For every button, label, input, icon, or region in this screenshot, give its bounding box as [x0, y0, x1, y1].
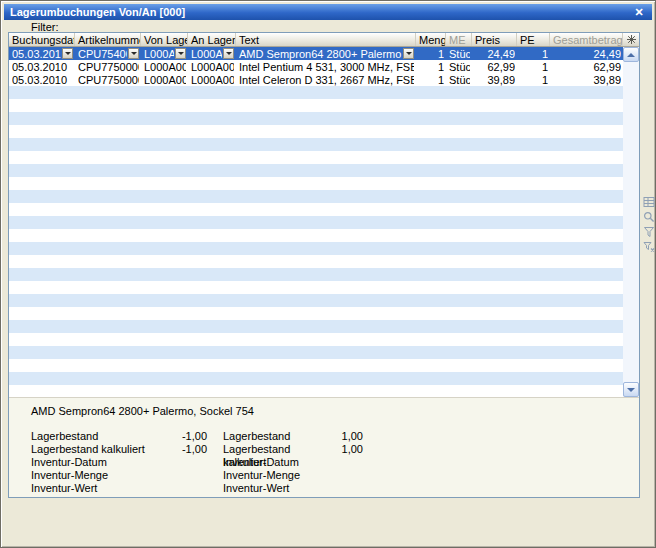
- cell-text: L000A001: [144, 48, 174, 60]
- dropdown-button[interactable]: [175, 48, 186, 59]
- detail-label: Inventur-Wert: [31, 482, 161, 495]
- column-chooser-icon: [627, 35, 636, 44]
- empty-row: [9, 125, 623, 138]
- chevron-down-icon: [406, 52, 412, 55]
- column-header-pe[interactable]: PE: [517, 33, 550, 46]
- cell-gesamtbetrag[interactable]: 24,49: [550, 47, 623, 60]
- cell-preis[interactable]: 39,89: [472, 73, 517, 86]
- detail-label: Lagerbestand: [31, 430, 161, 443]
- arrow-down-icon: [627, 388, 635, 392]
- cell-menge[interactable]: 1: [416, 60, 446, 73]
- column-header-preis[interactable]: Preis: [472, 33, 517, 46]
- details-line: Inventur-Wert Inventur-Wert: [9, 482, 639, 495]
- cell-text-beschreibung[interactable]: Intel Pentium 4 531, 3000 MHz, FSB 800 M…: [236, 60, 416, 73]
- cell-buchungsdatum[interactable]: 05.03.2010: [9, 60, 75, 73]
- column-header-text[interactable]: Text: [236, 33, 416, 46]
- empty-row: [9, 359, 623, 372]
- cell-buchungsdatum[interactable]: 05.03.2010: [9, 73, 75, 86]
- cell-pe[interactable]: 1: [517, 47, 550, 60]
- cell-text-beschreibung[interactable]: Intel Celeron D 331, 2667 MHz, FSB 533 M…: [236, 73, 416, 86]
- cell-von-lager[interactable]: L000A001: [141, 73, 188, 86]
- empty-row: [9, 346, 623, 359]
- empty-row: [9, 138, 623, 151]
- detail-value: 1,00: [327, 443, 363, 456]
- column-header-menge[interactable]: Menge: [416, 33, 446, 46]
- detail-value: [161, 456, 207, 469]
- cell-artikelnummer[interactable]: CPU77500002: [75, 73, 141, 86]
- cell-me[interactable]: Stück: [446, 73, 472, 86]
- column-header-von-lager[interactable]: Von Lager: [141, 33, 188, 46]
- cell-text: 24,49: [553, 48, 621, 60]
- scroll-down-button[interactable]: [623, 382, 639, 397]
- cell-pe[interactable]: 1: [517, 73, 550, 86]
- cell-me[interactable]: Stück: [446, 47, 472, 60]
- filter-remove-icon[interactable]: [643, 241, 655, 253]
- dropdown-button[interactable]: [403, 48, 414, 59]
- cell-menge[interactable]: 1: [416, 73, 446, 86]
- filter-icon[interactable]: [643, 226, 655, 238]
- chevron-down-icon: [131, 52, 137, 55]
- empty-row: [9, 99, 623, 112]
- cell-text: Stück: [449, 48, 470, 60]
- arrow-up-icon: [627, 53, 635, 57]
- column-chooser-button[interactable]: [623, 33, 639, 46]
- empty-row: [9, 151, 623, 164]
- cell-an-lager[interactable]: L000A005: [188, 73, 236, 86]
- cell-preis[interactable]: 24,49: [472, 47, 517, 60]
- scrollbar-track[interactable]: [623, 62, 639, 382]
- empty-row: [9, 320, 623, 333]
- article-description: AMD Sempron64 2800+ Palermo, Sockel 754: [9, 405, 639, 418]
- column-header-buchungsdatum[interactable]: Buchungsdatum: [9, 33, 75, 46]
- search-icon[interactable]: [643, 211, 655, 223]
- cell-gesamtbetrag[interactable]: 39,89: [550, 73, 623, 86]
- cell-pe[interactable]: 1: [517, 60, 550, 73]
- cell-buchungsdatum[interactable]: 05.03.2010: [9, 47, 75, 60]
- cell-text: Intel Pentium 4 531, 3000 MHz, FSB 800 M…: [239, 61, 414, 73]
- cell-von-lager[interactable]: L000A001: [141, 60, 188, 73]
- cell-text: 62,99: [475, 61, 515, 73]
- title-bar: Lagerumbuchungen Von/An [000] ✕: [4, 4, 652, 20]
- cell-von-lager[interactable]: L000A001: [141, 47, 188, 60]
- column-header-me[interactable]: ME: [446, 33, 472, 46]
- cell-text: L000A001: [144, 74, 186, 86]
- dropdown-button[interactable]: [62, 48, 73, 59]
- cell-text-beschreibung[interactable]: AMD Sempron64 2800+ Palermo, Sockel 754: [236, 47, 416, 60]
- cell-artikelnummer[interactable]: CPU77500001: [75, 60, 141, 73]
- detail-value: [327, 456, 363, 469]
- cell-text: 05.03.2010: [12, 48, 61, 60]
- cell-text: 39,89: [475, 74, 515, 86]
- cell-text: CPU75400003: [78, 48, 127, 60]
- table-row[interactable]: 05.03.2010 CPU77500002 L000A001 L000A005…: [9, 73, 623, 86]
- column-header-an-lager[interactable]: An Lager: [188, 33, 236, 46]
- scroll-up-button[interactable]: [623, 47, 639, 62]
- detail-value: [161, 482, 207, 495]
- cell-an-lager[interactable]: L000A002: [188, 47, 236, 60]
- cell-gesamtbetrag[interactable]: 62,99: [550, 60, 623, 73]
- cell-menge[interactable]: 1: [416, 47, 446, 60]
- empty-row: [9, 229, 623, 242]
- cell-preis[interactable]: 62,99: [472, 60, 517, 73]
- table-body: 05.03.2010 CPU75400003 L000A001 L000A002: [9, 47, 639, 397]
- dropdown-button[interactable]: [128, 48, 139, 59]
- column-header-artikelnummer[interactable]: Artikelnummer: [75, 33, 141, 46]
- detail-value: [327, 469, 363, 482]
- side-toolbar: [643, 196, 655, 256]
- vertical-scrollbar[interactable]: [623, 47, 639, 397]
- cell-text: 24,49: [475, 48, 515, 60]
- table-row-selected[interactable]: 05.03.2010 CPU75400003 L000A001 L000A002: [9, 47, 623, 60]
- cell-text: CPU77500001: [78, 61, 139, 73]
- empty-row: [9, 242, 623, 255]
- table-row[interactable]: 05.03.2010 CPU77500001 L000A001 L000A003…: [9, 60, 623, 73]
- empty-row: [9, 333, 623, 346]
- empty-row: [9, 86, 623, 99]
- detail-label: Inventur-Datum: [31, 456, 161, 469]
- cell-me[interactable]: Stück: [446, 60, 472, 73]
- cell-text: 1: [419, 61, 444, 73]
- cell-an-lager[interactable]: L000A003: [188, 60, 236, 73]
- cell-artikelnummer[interactable]: CPU75400003: [75, 47, 141, 60]
- table-icon[interactable]: [643, 196, 655, 208]
- close-button[interactable]: ✕: [632, 5, 646, 19]
- empty-row: [9, 307, 623, 320]
- dropdown-button[interactable]: [223, 48, 234, 59]
- column-header-gesamtbetrag[interactable]: Gesamtbetrag: [550, 33, 623, 46]
